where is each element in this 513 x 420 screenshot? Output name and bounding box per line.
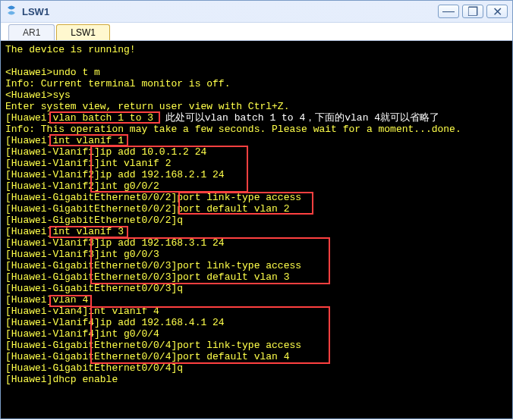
terminal-line: [Huawei-GigabitEthernet0/0/3]port defaul… [5,271,508,283]
terminal-line: [Huawei-GigabitEthernet0/0/2]port defaul… [5,203,508,215]
terminal-line: [Huawei-Vlanif2]int g0/0/2 [5,180,508,192]
terminal-line: [Huawei-Vlanif1]int vlanif 2 [5,158,508,169]
minimize-button[interactable]: — [438,5,459,18]
terminal-line: [Huawei]int vlanif 3 [5,226,508,237]
tab-ar1[interactable]: AR1 [8,24,55,40]
terminal-line: Info: Current terminal monitor is off. [5,78,508,89]
tab-lsw1[interactable]: LSW1 [56,24,110,40]
tab-bar: AR1 LSW1 [1,22,512,40]
terminal-line: [Huawei-GigabitEthernet0/0/3]q [5,283,508,294]
terminal-line: Enter system view, return user view with… [5,101,508,112]
terminal-line: The device is running! [5,44,508,55]
window: LSW1 — ❐ ✕ AR1 LSW1 The device is runnin… [0,0,513,419]
terminal-line: <Huawei>sys [5,89,508,101]
terminal-line: [Huawei-Vlanif3]ip add 192.168.3.1 24 [5,237,508,249]
terminal-line: [Huawei-GigabitEthernet0/0/4]q [5,362,508,374]
terminal-line: [Huawei-Vlanif3]int g0/0/3 [5,249,508,260]
terminal-line: <Huawei>undo t m [5,67,508,78]
terminal-line: [Huawei-Vlanif4]int g0/0/4 [5,328,508,340]
window-title: LSW1 [22,6,435,17]
minimize-icon: — [442,5,455,18]
terminal-line: [Huawei]int vlanif 1 [5,135,508,146]
terminal-line: [Huawei-Vlanif4]ip add 192.168.4.1 24 [5,317,508,328]
terminal-line: [Huawei-Vlanif2]ip add 192.168.2.1 24 [5,169,508,180]
terminal-wrap: The device is running! <Huawei>undo t mI… [1,40,512,418]
maximize-button[interactable]: ❐ [462,5,483,18]
close-button[interactable]: ✕ [486,5,508,18]
terminal-line: [Huawei-GigabitEthernet0/0/3]port link-t… [5,260,508,271]
terminal-line: [Huawei]dhcp enable [5,374,508,385]
terminal-line: [Huawei]vlan batch 1 to 3 此处可以vlan batch… [5,112,508,124]
terminal-line [5,55,508,67]
titlebar[interactable]: LSW1 — ❐ ✕ [1,1,512,22]
maximize-icon: ❐ [467,5,478,19]
terminal-line: [Huawei]vlan 4 [5,294,508,306]
annotation-text: 此处可以vlan batch 1 to 4，下面的vlan 4就可以省略了 [153,112,439,124]
terminal[interactable]: The device is running! <Huawei>undo t mI… [1,41,512,418]
terminal-line: [Huawei-GigabitEthernet0/0/2]q [5,215,508,226]
terminal-line: [Huawei-GigabitEthernet0/0/4]port link-t… [5,340,508,351]
terminal-line: Info: This operation may take a few seco… [5,124,508,135]
terminal-line: [Huawei-vlan4]int vlanif 4 [5,306,508,317]
terminal-line: [Huawei-GigabitEthernet0/0/2]port link-t… [5,192,508,203]
close-icon: ✕ [493,5,502,19]
app-icon [5,5,17,17]
terminal-line: [Huawei-GigabitEthernet0/0/4]port defaul… [5,351,508,362]
terminal-line: [Huawei-Vlanif1]ip add 10.0.1.2 24 [5,146,508,158]
